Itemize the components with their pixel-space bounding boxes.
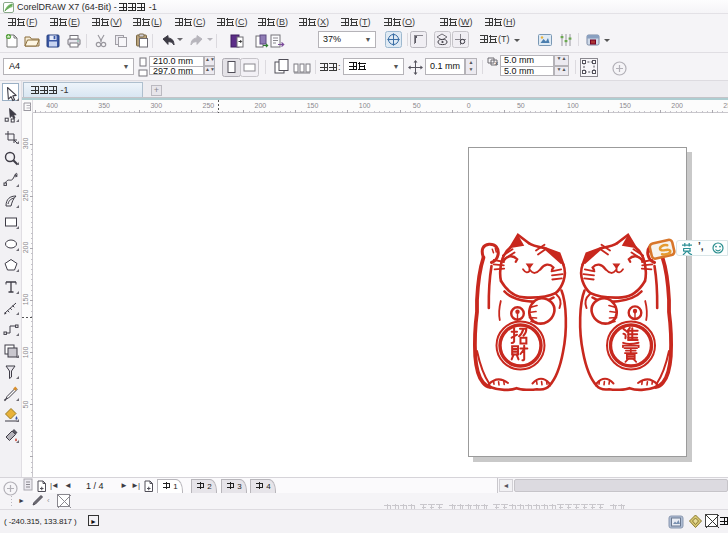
svg-text:x: x xyxy=(495,60,498,66)
